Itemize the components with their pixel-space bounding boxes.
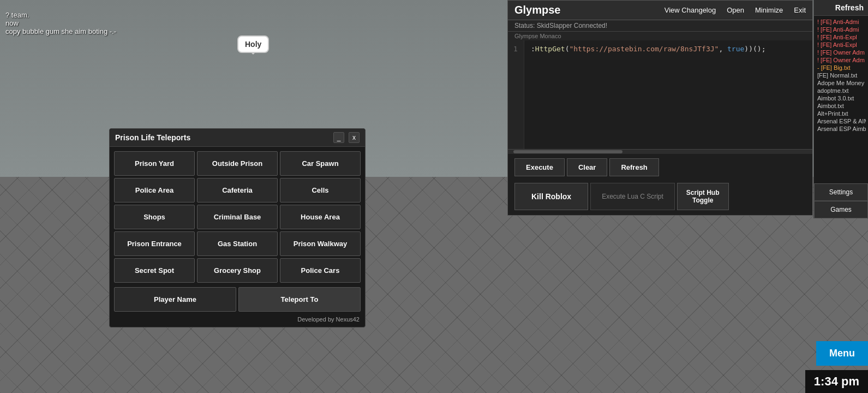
tp-btn-prison-entrance[interactable]: Prison Entrance	[114, 231, 195, 256]
view-changelog-btn[interactable]: View Changelog	[665, 6, 716, 14]
tp-btn-house-area[interactable]: House Area	[280, 205, 361, 229]
execute-lua-button[interactable]: Execute Lua C Script	[590, 183, 675, 210]
tp-btn-car-spawn[interactable]: Car Spawn	[280, 151, 361, 176]
clear-button[interactable]: Clear	[567, 158, 608, 176]
teleport-developed-by: Developed by Nexus42	[110, 314, 365, 327]
player-name-button[interactable]: Player Name	[114, 287, 236, 312]
list-item: adoptme.txt	[816, 87, 866, 94]
right-panel-list: ! [FE] Anti-Admi! [FE] Anti-Admi! [FE] A…	[814, 16, 868, 183]
tp-btn-prison-walkway[interactable]: Prison Walkway	[280, 231, 361, 256]
right-panel-title[interactable]: Refresh	[814, 0, 868, 16]
speech-bubble: Holy	[237, 35, 269, 53]
chat-line1: ? team.	[5, 11, 116, 19]
tp-btn-criminal-base[interactable]: Criminal Base	[197, 205, 278, 229]
minimize-button[interactable]: _	[333, 132, 344, 143]
glympse-window: Glympse View Changelog Open Minimize Exi…	[507, 0, 813, 216]
right-panel: Refresh ! [FE] Anti-Admi! [FE] Anti-Admi…	[813, 0, 868, 218]
minimize-btn[interactable]: Minimize	[755, 6, 783, 14]
tp-btn-gas-station[interactable]: Gas Station	[197, 231, 278, 256]
script-hub-button[interactable]: Script Hub Toggle	[677, 183, 729, 210]
bottom-row: Player Name Teleport To	[110, 287, 365, 314]
chat-line2: now	[5, 19, 116, 27]
list-item: Arsenal ESP & AIMB	[816, 117, 866, 125]
tp-btn-outside-prison[interactable]: Outside Prison	[197, 151, 278, 176]
games-button[interactable]: Games	[814, 201, 868, 218]
tp-btn-shops[interactable]: Shops	[114, 205, 195, 229]
settings-button[interactable]: Settings	[814, 183, 868, 201]
glympse-scrollbar[interactable]	[508, 150, 812, 154]
close-button[interactable]: x	[349, 132, 360, 143]
glympse-editor: 1 :HttpGet("https://pastebin.com/raw/8ns…	[508, 40, 812, 150]
list-item: ! [FE] Anti-Expl	[816, 41, 866, 49]
kill-roblox-button[interactable]: Kill Roblox	[514, 183, 588, 210]
title-controls: _ x	[333, 132, 360, 143]
list-item: Alt+Print.txt	[816, 110, 866, 117]
tp-btn-police-area[interactable]: Police Area	[114, 178, 195, 203]
kill-row: Kill Roblox Execute Lua C Script Script …	[508, 181, 812, 215]
clock: 1:34 pm	[805, 370, 868, 393]
teleport-grid: Prison Yard Outside Prison Car Spawn Pol…	[110, 147, 365, 287]
tp-btn-secret-spot[interactable]: Secret Spot	[114, 258, 195, 283]
list-item: ! [FE] Owner Adm	[816, 56, 866, 64]
open-btn[interactable]: Open	[727, 6, 744, 14]
code-area[interactable]: :HttpGet("https://pastebin.com/raw/8nsJT…	[524, 40, 812, 149]
refresh-button[interactable]: Refresh	[609, 158, 659, 176]
list-item: [FE] Normal.txt	[816, 72, 866, 79]
glympse-nav: View Changelog Open Minimize Exit	[665, 6, 806, 14]
tp-btn-prison-yard[interactable]: Prison Yard	[114, 151, 195, 176]
glympse-titlebar: Glympse View Changelog Open Minimize Exi…	[508, 1, 812, 20]
tp-btn-grocery-shop[interactable]: Grocery Shop	[197, 258, 278, 283]
list-item: ! [FE] Owner Adm	[816, 49, 866, 56]
scrollbar-thumb	[513, 150, 622, 153]
chat-line3: copy bubble gum she aim boting -.-	[5, 27, 116, 35]
teleport-window-title: Prison Life Teleports	[115, 133, 190, 142]
exit-btn[interactable]: Exit	[794, 6, 806, 14]
glympse-action-buttons: Execute Clear Refresh	[508, 154, 812, 181]
list-item: ! [FE] Anti-Admi	[816, 18, 866, 26]
menu-button[interactable]: Menu	[816, 341, 868, 366]
list-item: - [FE] Big.txt	[816, 64, 866, 72]
monaco-label: Glympse Monaco	[508, 32, 812, 40]
execute-button[interactable]: Execute	[514, 158, 565, 176]
teleport-titlebar: Prison Life Teleports _ x	[110, 129, 365, 147]
code-line1: :HttpGet("https://pastebin.com/raw/8nsJT…	[531, 45, 766, 53]
tp-btn-cafeteria[interactable]: Cafeteria	[197, 178, 278, 203]
list-item: ! [FE] Anti-Expl	[816, 33, 866, 41]
list-item: Adope Me Money S	[816, 79, 866, 87]
list-item: Aimbot 3.0.txt	[816, 94, 866, 102]
line-numbers: 1	[508, 40, 524, 149]
list-item: ! [FE] Anti-Admi	[816, 26, 866, 33]
glympse-status: Status: SkidSlapper Connected!	[508, 20, 812, 32]
list-item: Aimbot.txt	[816, 102, 866, 110]
teleport-to-button[interactable]: Teleport To	[238, 287, 361, 312]
teleport-window: Prison Life Teleports _ x Prison Yard Ou…	[109, 128, 366, 327]
tp-btn-police-cars[interactable]: Police Cars	[280, 258, 361, 283]
glympse-title: Glympse	[514, 4, 560, 16]
tp-btn-cells[interactable]: Cells	[280, 178, 361, 203]
chat-overlay: ? team. now copy bubble gum she aim boti…	[5, 11, 116, 35]
list-item: Arsenal ESP Aimbot	[816, 125, 866, 133]
